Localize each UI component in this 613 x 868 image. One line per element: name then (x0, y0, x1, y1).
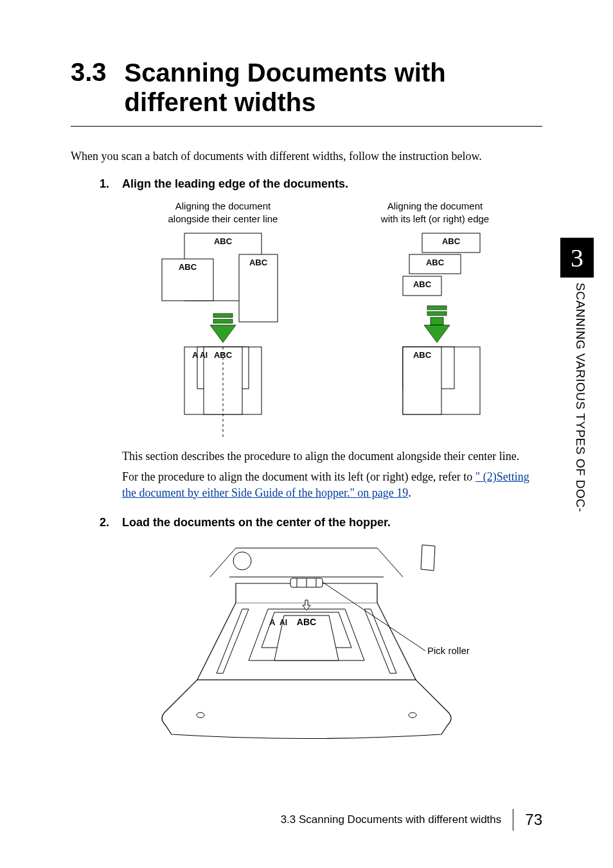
desc-pre: For the procedure to align the document … (122, 470, 475, 483)
center-caption-l2: alongside their center line (168, 213, 278, 224)
abc-label: ABC (214, 236, 233, 246)
footer-page-number: 73 (525, 811, 542, 829)
a-label: A (192, 350, 199, 360)
abc-label-scanner: ABC (297, 617, 316, 627)
footer-separator (513, 809, 513, 831)
center-align-diagram: Aligning the document alongside their ce… (136, 200, 310, 442)
alignment-diagrams: Aligning the document alongside their ce… (116, 200, 542, 442)
heading-rule (71, 126, 542, 127)
svg-marker-5 (210, 325, 236, 342)
edge-align-diagram: Aligning the document with its left (or … (348, 200, 522, 442)
description-para-1: This section describes the procedure to … (122, 448, 542, 464)
abc-label-3: ABC (249, 258, 268, 267)
svg-rect-4 (213, 319, 233, 323)
ai-label: AI (200, 351, 208, 360)
section-title: Scanning Documents with different widths (125, 58, 542, 117)
chapter-side-label: SCANNING VARIOUS TYPES OF DOC- (573, 283, 587, 512)
step-1: 1. Align the leading edge of the documen… (96, 177, 542, 191)
step-1-number: 1. (96, 177, 109, 191)
abc-label-6: ABC (426, 258, 445, 267)
section-heading: 3.3 Scanning Documents with different wi… (71, 58, 542, 117)
pick-roller-label: Pick roller (427, 645, 470, 656)
description-para-2: For the procedure to align the document … (122, 469, 542, 500)
abc-label-7: ABC (413, 279, 432, 289)
footer-section-title: 3.3 Scanning Documents with different wi… (281, 813, 502, 826)
svg-point-23 (233, 552, 251, 570)
chapter-tab: 3 (560, 238, 594, 278)
step-2: 2. Load the documents on the center of t… (96, 516, 542, 529)
chapter-number: 3 (571, 243, 583, 273)
scanner-diagram-wrap: A AI ABC Pick roller (71, 538, 542, 763)
abc-label-5: ABC (442, 236, 461, 246)
section-number: 3.3 (71, 58, 107, 86)
svg-rect-3 (213, 314, 233, 317)
edge-caption-l1: Aligning the document (387, 200, 483, 211)
edge-caption-l2: with its left (or right) edge (381, 213, 489, 224)
center-caption-l1: Aligning the document (175, 200, 271, 211)
center-align-svg: ABC ABC ABC A AI ABC (149, 230, 297, 442)
svg-rect-15 (431, 317, 443, 325)
center-caption: Aligning the document alongside their ce… (168, 200, 278, 225)
desc-post: . (408, 486, 411, 499)
page-footer: 3.3 Scanning Documents with different wi… (281, 809, 542, 831)
edge-align-svg: ABC ABC ABC ABC (377, 230, 493, 423)
svg-rect-13 (427, 306, 447, 310)
ai-label-scanner: AI (280, 618, 287, 627)
svg-rect-14 (427, 312, 447, 315)
svg-marker-16 (424, 325, 450, 342)
abc-label-2: ABC (179, 262, 197, 272)
intro-paragraph: When you scan a batch of documents with … (71, 150, 542, 163)
edge-caption: Aligning the document with its left (or … (381, 200, 489, 225)
scanner-diagram-svg: A AI ABC Pick roller (139, 538, 474, 763)
a-label-scanner: A (269, 617, 276, 627)
abc-label-8: ABC (413, 350, 432, 360)
step-2-number: 2. (96, 516, 109, 529)
step-1-text: Align the leading edge of the documents. (122, 177, 348, 191)
page: 3.3 Scanning Documents with different wi… (0, 0, 613, 868)
step-2-text: Load the documents on the center of the … (122, 516, 391, 529)
